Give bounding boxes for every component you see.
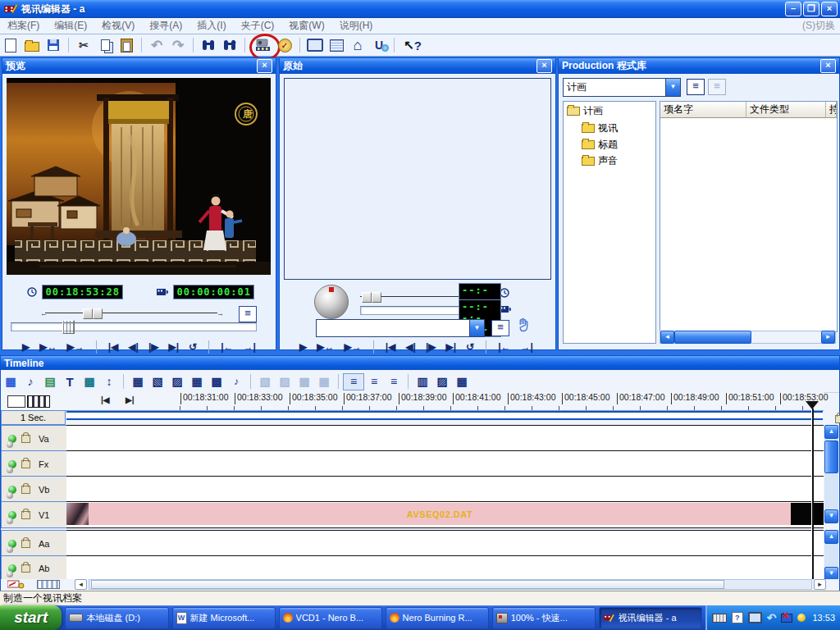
copy-button[interactable] xyxy=(94,36,116,54)
edit-mode-icon[interactable] xyxy=(7,580,25,589)
find-next-button[interactable] xyxy=(219,36,240,54)
track-lock-icon[interactable] xyxy=(21,540,30,548)
scroll-up-button[interactable]: ▴ xyxy=(824,530,838,544)
restore-button[interactable]: ❐ xyxy=(803,2,819,16)
display-mode-film-icon[interactable] xyxy=(27,395,50,408)
keyboard-tray-icon[interactable] xyxy=(712,614,727,623)
view-audio-button[interactable]: ≡ xyxy=(384,374,404,390)
timeline-clip[interactable]: AVSEQ02.DAT xyxy=(89,503,791,525)
insert-video-button[interactable]: ▦ xyxy=(1,374,21,390)
mark-in-button[interactable]: |← xyxy=(221,341,233,353)
track-lock-icon[interactable] xyxy=(21,486,30,494)
context-help-button[interactable]: ↖ ? xyxy=(399,36,427,54)
insert-object-button[interactable]: ▩ xyxy=(80,374,99,390)
taskbar-task-speed[interactable]: 100% - 快速... xyxy=(492,607,596,629)
moving-path-button[interactable]: ▦ xyxy=(314,374,334,390)
scrub-thumb[interactable] xyxy=(62,320,75,334)
scroll-thumb[interactable] xyxy=(824,441,838,473)
redo-button[interactable]: ↷ xyxy=(167,36,189,54)
dropdown-arrow-icon[interactable]: ▼ xyxy=(665,79,680,96)
roll-edit-button[interactable]: ▦ xyxy=(187,374,207,390)
disconnected-tray-icon[interactable]: × xyxy=(781,614,792,623)
tree-item-video[interactable]: 视讯 xyxy=(582,121,655,135)
create-video-file-button[interactable] xyxy=(253,36,274,54)
playhead-marker[interactable] xyxy=(806,401,819,409)
display-mode-blank-icon[interactable] xyxy=(7,395,25,408)
new-file-button[interactable] xyxy=(0,36,21,54)
close-button[interactable]: × xyxy=(821,2,838,16)
trim-clip-button[interactable]: ▧ xyxy=(148,374,167,390)
track-secondary-led[interactable] xyxy=(7,492,13,499)
play-range-button[interactable]: ▶↔ xyxy=(317,341,334,353)
play-to-end-button[interactable]: ▶→ xyxy=(344,341,361,353)
grid-button[interactable]: ▦ xyxy=(452,374,472,390)
clip-black-tail[interactable] xyxy=(791,503,824,525)
source-clip-select[interactable]: ▼ xyxy=(316,319,485,337)
hscroll-left-button[interactable]: ◂ xyxy=(75,579,87,590)
menu-file[interactable]: 档案(F) xyxy=(0,19,47,33)
open-file-button[interactable] xyxy=(21,36,43,54)
track-lane[interactable] xyxy=(66,530,824,557)
preview-range-bar[interactable] xyxy=(66,411,823,420)
menu-edit[interactable]: 编辑(E) xyxy=(47,19,94,33)
preview-trim-slider[interactable]: ← → xyxy=(45,308,217,317)
taskbar-task-video-editor[interactable]: 视讯编辑器 - a xyxy=(599,607,702,629)
ripple-edit-button[interactable]: ▨ xyxy=(167,374,187,390)
taskbar-task-vcd-nero[interactable]: VCD1 - Nero B... xyxy=(279,607,382,629)
audio-tracks-scrollbar[interactable]: ▴ ▾ xyxy=(824,530,838,579)
mark-out-button[interactable]: →| xyxy=(244,341,256,353)
play-to-end-button[interactable]: ▶→ xyxy=(66,341,84,353)
help-tray-icon[interactable]: ? xyxy=(732,612,743,623)
insert-track-button[interactable]: ▨ xyxy=(432,374,452,390)
swap-tracks-button[interactable]: ↕ xyxy=(99,374,119,390)
loop-button[interactable]: ↺ xyxy=(466,341,474,353)
display-tray-icon[interactable] xyxy=(748,612,762,623)
preview-close-button[interactable]: × xyxy=(257,59,272,73)
track-lane[interactable] xyxy=(66,555,824,581)
clip-thumbnail[interactable] xyxy=(66,503,89,525)
preview-menu-button[interactable]: ≡ xyxy=(239,306,257,322)
scroll-thumb[interactable] xyxy=(674,331,751,344)
trim-out-handle[interactable] xyxy=(372,292,381,303)
minimize-button[interactable]: – xyxy=(785,2,801,16)
source-menu-button[interactable]: ≡ xyxy=(491,320,509,336)
menu-clip[interactable]: 夹子(C) xyxy=(234,19,282,33)
timeline-ruler[interactable]: |◀ ▶| 00:18:31:00 00:18:33:00 00:18:35:0… xyxy=(1,392,824,411)
track-lane[interactable] xyxy=(66,476,824,503)
tree-item-title[interactable]: 标题 xyxy=(582,138,655,152)
column-file-type[interactable]: 文件类型 xyxy=(746,102,826,118)
save-file-button[interactable] xyxy=(43,36,64,54)
go-end-button[interactable]: ▶| xyxy=(168,341,179,353)
hscroll-right-button[interactable]: ▸ xyxy=(814,579,826,590)
find-button[interactable] xyxy=(198,36,219,54)
library-hscrollbar[interactable]: ◂ ▸ xyxy=(660,331,836,344)
ruler-go-end-button[interactable]: ▶| xyxy=(126,395,135,404)
dropdown-arrow-icon[interactable]: ▼ xyxy=(469,320,484,336)
paste-button[interactable] xyxy=(116,36,137,54)
hscroll-thumb[interactable] xyxy=(91,580,724,589)
play-button[interactable]: ▶ xyxy=(22,341,30,353)
view-storyboard-button[interactable]: ≡ xyxy=(364,374,384,390)
film-mode-icon[interactable] xyxy=(37,580,60,589)
library-close-button[interactable]: × xyxy=(820,59,836,73)
preview-window-button[interactable] xyxy=(304,36,326,54)
track-lane[interactable]: AVSEQ02.DAT xyxy=(66,501,824,528)
trim-out-handle[interactable] xyxy=(93,308,103,319)
library-titlebar[interactable]: Production 程式库 × xyxy=(559,58,839,74)
start-button[interactable]: start xyxy=(0,605,62,630)
video-tracks-scrollbar[interactable]: ▴ ▾ xyxy=(824,425,838,520)
upload-button[interactable]: U xyxy=(368,36,390,54)
grab-hand-icon[interactable] xyxy=(518,317,530,336)
next-frame-button[interactable]: |▶ xyxy=(148,341,159,353)
menu-window[interactable]: 视窗(W) xyxy=(281,19,331,33)
preview-scrub-bar[interactable] xyxy=(11,322,257,331)
menu-search[interactable]: 搜寻(A) xyxy=(142,19,189,33)
track-lock-icon[interactable] xyxy=(21,435,30,443)
track-lock-icon[interactable] xyxy=(21,511,30,519)
track-secondary-led[interactable] xyxy=(7,546,13,553)
loop-button[interactable]: ↺ xyxy=(189,341,197,353)
taskbar-task-word[interactable]: W 新建 Microsoft... xyxy=(172,607,276,629)
lamp-tray-icon[interactable] xyxy=(797,614,806,622)
track-lane[interactable] xyxy=(66,450,824,477)
timeline-titlebar[interactable]: Timeline xyxy=(1,356,839,370)
